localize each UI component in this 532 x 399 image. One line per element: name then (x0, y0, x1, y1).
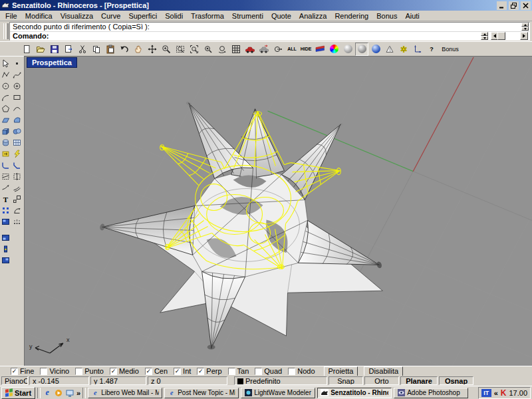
cut-button[interactable] (76, 43, 89, 56)
osnap-pane[interactable]: Osnap (439, 376, 473, 385)
proietta-button[interactable]: Proietta (324, 366, 358, 376)
command-box[interactable]: Secondo punto di riferimento ( Copia=Sì … (9, 22, 530, 41)
trim-tool[interactable] (0, 171, 11, 182)
osnap-punto[interactable]: Punto (75, 367, 104, 375)
menu-curve[interactable]: Curve (97, 11, 124, 21)
menu-trasforma[interactable]: Trasforma (187, 11, 228, 21)
osnap-quad[interactable]: Quad (255, 367, 282, 375)
viewport-title[interactable]: Prospettica (27, 57, 77, 68)
command-prompt-line[interactable]: Comando: (10, 31, 529, 41)
orto-pane[interactable]: Orto (364, 376, 399, 385)
menu-superfici[interactable]: Superfici (124, 11, 161, 21)
chamfer-tool[interactable] (11, 160, 23, 171)
point-tool[interactable] (11, 58, 23, 69)
osnap-int[interactable]: ✓Int (174, 367, 191, 375)
menu-rendering[interactable]: Rendering (331, 11, 372, 21)
cylinder-tool[interactable] (0, 137, 11, 148)
menu-modifica[interactable]: Modifica (21, 11, 57, 21)
zoom-extents-button[interactable] (201, 43, 215, 56)
perspective-viewport[interactable]: Prospettica (24, 56, 532, 366)
panel-tool[interactable] (0, 216, 11, 227)
quick-launch-desktop-icon[interactable] (65, 388, 74, 398)
rotate-tool[interactable] (11, 205, 23, 216)
task-lightwave-modeler[interactable]: LightWave Modeler 7.0 (241, 388, 315, 398)
checkbox-nodo[interactable] (288, 368, 295, 375)
conic-tool[interactable] (11, 103, 23, 114)
hide-button[interactable]: HIDE (299, 43, 313, 56)
zoom-window-button[interactable] (174, 43, 187, 56)
checkbox-medio[interactable]: ✓ (110, 368, 117, 375)
curve-tool[interactable] (11, 69, 23, 80)
surface-tool[interactable] (0, 114, 11, 126)
bonus-button[interactable]: Bonus (439, 43, 462, 56)
render-button[interactable] (243, 43, 257, 56)
quick-launch-media-icon[interactable] (54, 388, 63, 398)
osnap-vicino[interactable]: Vicino (40, 367, 69, 375)
panel-b-tool[interactable] (0, 232, 11, 243)
rectangle-tool[interactable] (11, 92, 23, 103)
task-libero-webmail[interactable]: e Libero Web Mail - Micros... (88, 388, 162, 398)
color-wheel-button[interactable] (327, 43, 340, 56)
polygon-tool[interactable] (0, 103, 11, 114)
grid-button[interactable] (229, 43, 243, 56)
sphere-shaded-button[interactable] (341, 43, 354, 56)
properties-button[interactable] (271, 43, 285, 56)
checkbox-quad[interactable] (255, 368, 262, 375)
osnap-tan[interactable]: Tan (228, 367, 249, 375)
menu-bonus[interactable]: Bonus (372, 11, 401, 21)
sphere-ghosted-button[interactable] (355, 43, 368, 56)
arc-tool[interactable] (0, 92, 11, 103)
zoom-button[interactable] (160, 43, 173, 56)
spheres-tool[interactable] (11, 126, 23, 137)
scale-tool[interactable] (11, 194, 23, 205)
mesh-tool[interactable] (11, 137, 23, 148)
osnap-perp[interactable]: ✓Perp (197, 367, 221, 375)
cplane-pane[interactable]: PianoC (1, 376, 28, 385)
new-file-button[interactable] (20, 43, 33, 56)
circle-center-tool[interactable] (11, 80, 23, 92)
disabilita-button[interactable]: Disabilita (364, 366, 403, 376)
osnap-cen[interactable]: ✓Cen (145, 367, 168, 375)
shell-tool[interactable] (11, 114, 23, 126)
planare-pane[interactable]: Planare (400, 376, 438, 385)
menu-solidi[interactable]: Solidi (161, 11, 187, 21)
show-all-button[interactable]: ALL (285, 43, 299, 56)
snap-pane[interactable]: Snap (329, 376, 363, 385)
dimension-button[interactable] (411, 43, 424, 56)
undo-button[interactable] (118, 43, 131, 56)
pan-button[interactable] (132, 43, 145, 56)
import-button[interactable] (62, 43, 75, 56)
menu-file[interactable]: File (1, 11, 21, 21)
checkbox-fine[interactable]: ✓ (11, 368, 18, 375)
more-tool[interactable] (11, 216, 23, 227)
circle-tool[interactable] (0, 80, 11, 92)
minimize-button[interactable] (497, 1, 507, 10)
clock[interactable]: 17.00 (509, 389, 527, 397)
checkbox-cen[interactable]: ✓ (145, 368, 152, 375)
save-button[interactable] (48, 43, 61, 56)
open-file-button[interactable] (34, 43, 47, 56)
task-rhinoceros[interactable]: Senzatitolo - Rhinoce... (317, 388, 392, 398)
checkbox-int[interactable]: ✓ (174, 368, 181, 375)
wedge-button[interactable] (313, 43, 327, 56)
join-tool[interactable] (0, 148, 11, 160)
checkbox-vicino[interactable] (40, 368, 47, 375)
offset-tool[interactable] (11, 182, 23, 194)
pyramid-button[interactable] (383, 43, 396, 56)
fillet-tool[interactable] (0, 160, 11, 171)
checkbox-tan[interactable] (228, 368, 235, 375)
command-history-spinner[interactable] (521, 23, 529, 31)
osnap-medio[interactable]: ✓Medio (110, 367, 139, 375)
command-line-spinner[interactable] (481, 32, 488, 40)
array-tool[interactable] (0, 205, 11, 216)
start-button[interactable]: Start (1, 387, 35, 399)
text-tool[interactable]: T (0, 194, 11, 205)
menu-visualizza[interactable]: Visualizza (57, 11, 97, 21)
checkbox-perp[interactable]: ✓ (197, 368, 204, 375)
paste-button[interactable] (104, 43, 117, 56)
restore-button[interactable] (509, 1, 519, 10)
panel-c-tool[interactable] (0, 255, 11, 266)
command-area-grip[interactable] (3, 23, 9, 39)
explode-tool[interactable] (11, 148, 23, 160)
menu-quote[interactable]: Quote (267, 11, 295, 21)
